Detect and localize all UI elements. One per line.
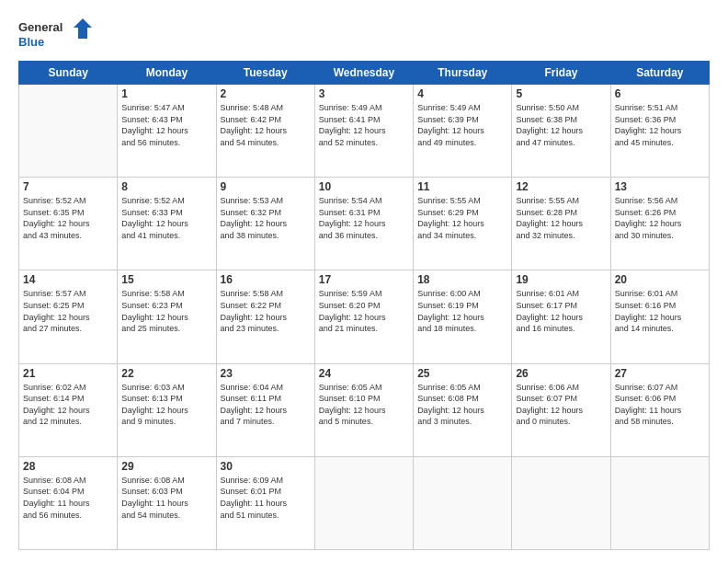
weekday-friday: Friday	[512, 62, 610, 85]
day-number: 26	[516, 367, 606, 380]
day-info: Sunrise: 6:03 AM Sunset: 6:13 PM Dayligh…	[121, 382, 211, 428]
day-number: 17	[319, 273, 409, 286]
calendar-cell	[414, 456, 512, 549]
day-number: 19	[516, 273, 606, 286]
day-info: Sunrise: 6:07 AM Sunset: 6:06 PM Dayligh…	[615, 382, 705, 428]
day-info: Sunrise: 5:52 AM Sunset: 6:33 PM Dayligh…	[121, 195, 211, 241]
day-info: Sunrise: 5:53 AM Sunset: 6:32 PM Dayligh…	[221, 195, 311, 241]
calendar-cell: 23Sunrise: 6:04 AM Sunset: 6:11 PM Dayli…	[216, 363, 314, 456]
day-info: Sunrise: 6:01 AM Sunset: 6:17 PM Dayligh…	[516, 288, 606, 334]
day-number: 22	[121, 367, 211, 380]
day-info: Sunrise: 6:06 AM Sunset: 6:07 PM Dayligh…	[516, 382, 606, 428]
day-info: Sunrise: 6:08 AM Sunset: 6:03 PM Dayligh…	[121, 475, 211, 521]
day-info: Sunrise: 5:58 AM Sunset: 6:23 PM Dayligh…	[121, 288, 211, 334]
day-number: 30	[221, 460, 311, 473]
day-number: 9	[221, 180, 311, 193]
calendar-table: SundayMondayTuesdayWednesdayThursdayFrid…	[18, 61, 710, 550]
calendar-cell: 12Sunrise: 5:55 AM Sunset: 6:28 PM Dayli…	[512, 178, 610, 270]
calendar-cell: 21Sunrise: 6:02 AM Sunset: 6:14 PM Dayli…	[19, 363, 118, 456]
calendar-cell: 17Sunrise: 5:59 AM Sunset: 6:20 PM Dayli…	[314, 270, 413, 363]
weekday-thursday: Thursday	[414, 62, 512, 85]
day-info: Sunrise: 5:50 AM Sunset: 6:38 PM Dayligh…	[516, 102, 606, 148]
calendar-cell: 4Sunrise: 5:49 AM Sunset: 6:39 PM Daylig…	[414, 85, 512, 178]
calendar-cell: 7Sunrise: 5:52 AM Sunset: 6:35 PM Daylig…	[19, 178, 118, 270]
calendar-cell	[19, 85, 118, 178]
weekday-wednesday: Wednesday	[314, 62, 413, 85]
calendar-week-4: 21Sunrise: 6:02 AM Sunset: 6:14 PM Dayli…	[19, 363, 710, 456]
calendar-cell: 6Sunrise: 5:51 AM Sunset: 6:36 PM Daylig…	[610, 85, 709, 178]
day-info: Sunrise: 6:05 AM Sunset: 6:10 PM Dayligh…	[319, 382, 409, 428]
calendar-cell: 29Sunrise: 6:08 AM Sunset: 6:03 PM Dayli…	[118, 456, 216, 549]
calendar-cell	[314, 456, 413, 549]
day-info: Sunrise: 5:47 AM Sunset: 6:43 PM Dayligh…	[121, 102, 211, 148]
calendar-cell: 10Sunrise: 5:54 AM Sunset: 6:31 PM Dayli…	[314, 178, 413, 270]
day-number: 14	[23, 273, 113, 286]
day-number: 5	[516, 87, 606, 100]
day-info: Sunrise: 5:57 AM Sunset: 6:25 PM Dayligh…	[23, 288, 113, 334]
calendar-week-3: 14Sunrise: 5:57 AM Sunset: 6:25 PM Dayli…	[19, 270, 710, 363]
logo-text-block: General Blue	[18, 17, 92, 52]
day-info: Sunrise: 5:58 AM Sunset: 6:22 PM Dayligh…	[221, 288, 311, 334]
day-info: Sunrise: 6:02 AM Sunset: 6:14 PM Dayligh…	[23, 382, 113, 428]
svg-marker-2	[74, 18, 92, 39]
day-number: 28	[23, 460, 113, 473]
weekday-saturday: Saturday	[610, 62, 709, 85]
day-info: Sunrise: 5:59 AM Sunset: 6:20 PM Dayligh…	[319, 288, 409, 334]
calendar-cell: 16Sunrise: 5:58 AM Sunset: 6:22 PM Dayli…	[216, 270, 314, 363]
calendar-week-1: 1Sunrise: 5:47 AM Sunset: 6:43 PM Daylig…	[19, 85, 710, 178]
day-number: 25	[417, 367, 507, 380]
day-info: Sunrise: 5:49 AM Sunset: 6:41 PM Dayligh…	[319, 102, 409, 148]
day-number: 10	[319, 180, 409, 193]
header: General Blue	[18, 17, 710, 52]
day-info: Sunrise: 6:00 AM Sunset: 6:19 PM Dayligh…	[417, 288, 507, 334]
logo-svg: General Blue	[18, 17, 92, 52]
day-info: Sunrise: 5:55 AM Sunset: 6:28 PM Dayligh…	[516, 195, 606, 241]
day-info: Sunrise: 5:49 AM Sunset: 6:39 PM Dayligh…	[417, 102, 507, 148]
day-number: 4	[417, 87, 507, 100]
day-number: 11	[417, 180, 507, 193]
day-number: 21	[23, 367, 113, 380]
weekday-header-row: SundayMondayTuesdayWednesdayThursdayFrid…	[19, 62, 710, 85]
day-number: 1	[121, 87, 211, 100]
day-info: Sunrise: 5:51 AM Sunset: 6:36 PM Dayligh…	[615, 102, 705, 148]
day-number: 29	[121, 460, 211, 473]
day-info: Sunrise: 5:54 AM Sunset: 6:31 PM Dayligh…	[319, 195, 409, 241]
calendar-cell: 11Sunrise: 5:55 AM Sunset: 6:29 PM Dayli…	[414, 178, 512, 270]
svg-text:Blue: Blue	[18, 35, 44, 49]
day-number: 16	[221, 273, 311, 286]
calendar-cell: 3Sunrise: 5:49 AM Sunset: 6:41 PM Daylig…	[314, 85, 413, 178]
day-number: 27	[615, 367, 705, 380]
calendar-cell: 26Sunrise: 6:06 AM Sunset: 6:07 PM Dayli…	[512, 363, 610, 456]
day-number: 12	[516, 180, 606, 193]
weekday-sunday: Sunday	[19, 62, 118, 85]
calendar-week-5: 28Sunrise: 6:08 AM Sunset: 6:04 PM Dayli…	[19, 456, 710, 549]
logo: General Blue	[18, 17, 92, 52]
calendar-cell: 30Sunrise: 6:09 AM Sunset: 6:01 PM Dayli…	[216, 456, 314, 549]
calendar-cell: 15Sunrise: 5:58 AM Sunset: 6:23 PM Dayli…	[118, 270, 216, 363]
calendar-week-2: 7Sunrise: 5:52 AM Sunset: 6:35 PM Daylig…	[19, 178, 710, 270]
day-number: 24	[319, 367, 409, 380]
calendar-cell: 5Sunrise: 5:50 AM Sunset: 6:38 PM Daylig…	[512, 85, 610, 178]
calendar-cell: 1Sunrise: 5:47 AM Sunset: 6:43 PM Daylig…	[118, 85, 216, 178]
day-info: Sunrise: 6:09 AM Sunset: 6:01 PM Dayligh…	[221, 475, 311, 521]
day-info: Sunrise: 6:01 AM Sunset: 6:16 PM Dayligh…	[615, 288, 705, 334]
day-number: 6	[615, 87, 705, 100]
day-number: 23	[221, 367, 311, 380]
calendar-cell: 20Sunrise: 6:01 AM Sunset: 6:16 PM Dayli…	[610, 270, 709, 363]
day-info: Sunrise: 6:05 AM Sunset: 6:08 PM Dayligh…	[417, 382, 507, 428]
calendar-cell: 24Sunrise: 6:05 AM Sunset: 6:10 PM Dayli…	[314, 363, 413, 456]
calendar-cell	[512, 456, 610, 549]
calendar-cell	[610, 456, 709, 549]
day-number: 3	[319, 87, 409, 100]
weekday-tuesday: Tuesday	[216, 62, 314, 85]
day-number: 2	[221, 87, 311, 100]
day-info: Sunrise: 5:56 AM Sunset: 6:26 PM Dayligh…	[615, 195, 705, 241]
day-number: 18	[417, 273, 507, 286]
calendar-cell: 2Sunrise: 5:48 AM Sunset: 6:42 PM Daylig…	[216, 85, 314, 178]
day-info: Sunrise: 6:04 AM Sunset: 6:11 PM Dayligh…	[221, 382, 311, 428]
calendar-cell: 22Sunrise: 6:03 AM Sunset: 6:13 PM Dayli…	[118, 363, 216, 456]
day-info: Sunrise: 5:48 AM Sunset: 6:42 PM Dayligh…	[221, 102, 311, 148]
day-number: 8	[121, 180, 211, 193]
day-number: 15	[121, 273, 211, 286]
calendar-cell: 9Sunrise: 5:53 AM Sunset: 6:32 PM Daylig…	[216, 178, 314, 270]
